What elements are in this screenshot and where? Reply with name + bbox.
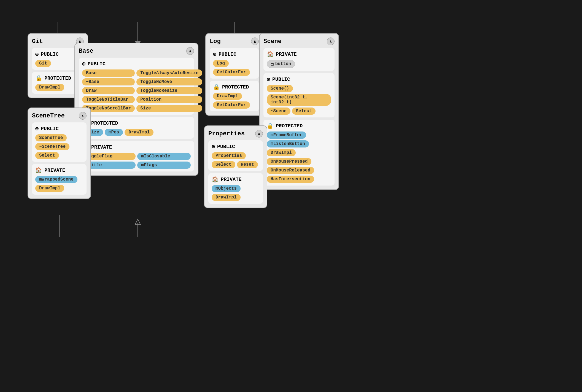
globe-icon-log: ⊕ [213, 51, 216, 58]
tag-togglenoresize[interactable]: ToggleNoResize [136, 87, 202, 94]
card-log: Log ∧ ⊕ PUBLIC Log GetColorFor 🔒 PROTECT… [205, 33, 263, 116]
scene-protected-tags: mFrameBuffer mListenButton DrawImpl OnMo… [267, 131, 331, 183]
lock-icon-log: 🔒 [213, 84, 220, 90]
properties-title: Properties [208, 130, 245, 137]
scene-private-label: PRIVATE [276, 52, 297, 57]
git-protected-label: PROTECTED [44, 76, 71, 81]
tag-git[interactable]: Git [35, 60, 51, 67]
tag-onmousepressed[interactable]: OnMousePressed [267, 158, 311, 165]
tag-scene-drawimpl[interactable]: DrawImpl [267, 149, 296, 156]
tag-st-drawimpl[interactable]: DrawImpl [35, 185, 64, 192]
card-properties-header: Properties ∧ [208, 130, 263, 138]
properties-collapse-btn[interactable]: ∧ [255, 130, 263, 138]
tag-mlistenbutton[interactable]: mListenButton [267, 140, 309, 147]
properties-private-header: 🏠 PRIVATE [212, 176, 260, 183]
tag-prop-drawimpl[interactable]: DrawImpl [212, 194, 241, 201]
tag-git-drawimpl[interactable]: DrawImpl [35, 84, 64, 91]
tag-scenetree[interactable]: SceneTree [35, 134, 67, 141]
tag-scene-select[interactable]: Select [292, 108, 316, 115]
log-title: Log [210, 38, 221, 45]
tag-position[interactable]: Position [136, 96, 202, 103]
tag-misclosable[interactable]: mIsClosable [137, 153, 191, 160]
tag-togglenotitlebar[interactable]: ToggleNoTitleBar [82, 96, 135, 103]
tag-size[interactable]: Size [136, 105, 202, 112]
scene-private-button-section: 🏠 PRIVATE ⬒ button [263, 48, 335, 71]
scene-protected-label: PROTECTED [276, 123, 303, 129]
git-protected-header: 🔒 PROTECTED [35, 75, 80, 82]
properties-public-header: ⊕ PUBLIC [212, 143, 260, 150]
tag-getcolorfor-log-prot[interactable]: GetColorFor [213, 101, 250, 109]
properties-public-section: ⊕ PUBLIC Properties Select Reset [208, 140, 263, 171]
base-public-header: ⊕ PUBLIC [82, 60, 191, 67]
base-public-section: ⊕ PUBLIC Base ToggleAlwaysAutoResize ~Ba… [79, 58, 194, 115]
svg-marker-11 [135, 219, 141, 225]
properties-public-tags: Properties Select Reset [212, 152, 260, 168]
globe-icon: ⊕ [35, 51, 39, 58]
tag-scenetree-select[interactable]: Select [35, 152, 59, 159]
base-protected-header: 🔒 PROTECTED [82, 120, 191, 127]
base-private-label: PRIVATE [91, 144, 112, 150]
tag-togglealwaysautoresize[interactable]: ToggleAlwaysAutoResize [136, 69, 202, 77]
scenetree-public-tags: SceneTree ~SceneTree Select [35, 134, 83, 159]
scenetree-private-tags: mWrappedScene DrawImpl [35, 176, 83, 192]
tag-properties-select[interactable]: Select [212, 161, 235, 168]
tag-mwrappedscene[interactable]: mWrappedScene [35, 176, 77, 183]
tag-base-drawimpl[interactable]: DrawImpl [125, 129, 153, 136]
tag-base[interactable]: Base [82, 69, 135, 77]
diagram-container: Git ∧ ⊕ PUBLIC Git 🔒 PROTECTED DrawImpl [0, 0, 582, 392]
scenetree-public-label: PUBLIC [41, 126, 59, 131]
base-title: Base [79, 48, 93, 55]
base-collapse-btn[interactable]: ∧ [186, 47, 194, 55]
log-public-section: ⊕ PUBLIC Log GetColorFor [210, 48, 259, 79]
tag-mframebuffer[interactable]: mFrameBuffer [267, 131, 306, 139]
card-properties: Properties ∧ ⊕ PUBLIC Properties Select … [204, 125, 267, 208]
tag-properties[interactable]: Properties [212, 152, 246, 159]
card-log-header: Log ∧ [210, 37, 259, 45]
tag-mpos[interactable]: mPos [105, 129, 123, 136]
scene-protected-header: 🔒 PROTECTED [267, 122, 331, 129]
base-protected-label: PROTECTED [91, 120, 118, 126]
tag-log-drawimpl[interactable]: DrawImpl [213, 93, 242, 100]
git-public-header: ⊕ PUBLIC [35, 51, 80, 58]
scene-collapse-btn[interactable]: ∧ [327, 37, 335, 45]
tag-hasintersection[interactable]: HasIntersection [267, 176, 314, 183]
base-protected-tags: mSize mPos DrawImpl [82, 129, 191, 136]
git-protected-tags: DrawImpl [35, 84, 80, 91]
base-public-tags: Base ToggleAlwaysAutoResize ~Base Toggle… [82, 69, 191, 112]
properties-private-section: 🏠 PRIVATE mObjects DrawImpl [208, 173, 263, 204]
house-icon-st: 🏠 [35, 167, 42, 174]
tag-reset[interactable]: Reset [237, 161, 258, 168]
scenetree-private-header: 🏠 PRIVATE [35, 167, 83, 174]
properties-private-tags: mObjects DrawImpl [212, 185, 260, 201]
scene-public-section: ⊕ PUBLIC Scene() Scene(int32_t, int32_t)… [263, 73, 335, 117]
scene-title: Scene [263, 38, 282, 45]
tag-getcolorfor-log[interactable]: GetColorFor [213, 69, 250, 76]
tag-draw[interactable]: Draw [82, 87, 135, 94]
tag-scene-ctor2[interactable]: Scene(int32_t, int32_t) [267, 94, 331, 106]
log-collapse-btn[interactable]: ∧ [251, 37, 259, 45]
scenetree-collapse-btn[interactable]: ∧ [79, 112, 87, 120]
base-public-label: PUBLIC [88, 61, 106, 67]
scene-private-header: 🏠 PRIVATE [267, 51, 331, 58]
scene-public-header: ⊕ PUBLIC [267, 76, 331, 83]
tag-log[interactable]: Log [213, 60, 229, 67]
tag-onmousereleased[interactable]: OnMouseReleased [267, 167, 314, 174]
scenetree-private-section: 🏠 PRIVATE mWrappedScene DrawImpl [32, 164, 87, 195]
lock-icon: 🔒 [35, 75, 42, 82]
log-protected-section: 🔒 PROTECTED DrawImpl GetColorFor [210, 81, 259, 111]
globe-icon-base: ⊕ [82, 60, 85, 67]
tag-base-dest[interactable]: ~Base [82, 78, 135, 85]
tag-mflags[interactable]: mFlags [137, 162, 191, 169]
tag-scene-dtor[interactable]: ~Scene [267, 108, 290, 115]
tag-togglenomove[interactable]: ToggleNoMove [136, 78, 202, 85]
log-public-header: ⊕ PUBLIC [213, 51, 255, 58]
scenetree-public-header: ⊕ PUBLIC [35, 125, 83, 132]
git-public-tags: Git [35, 60, 80, 67]
git-public-label: PUBLIC [41, 52, 59, 57]
tag-mobjects[interactable]: mObjects [212, 185, 241, 192]
tag-scene-ctor[interactable]: Scene() [267, 85, 293, 92]
tag-button[interactable]: ⬒ button [267, 60, 295, 68]
tag-scenetree-dtor[interactable]: ~SceneTree [35, 143, 69, 150]
log-protected-header: 🔒 PROTECTED [213, 84, 255, 90]
card-base: Base ∧ ⊕ PUBLIC Base ToggleAlwaysAutoRes… [74, 43, 198, 176]
